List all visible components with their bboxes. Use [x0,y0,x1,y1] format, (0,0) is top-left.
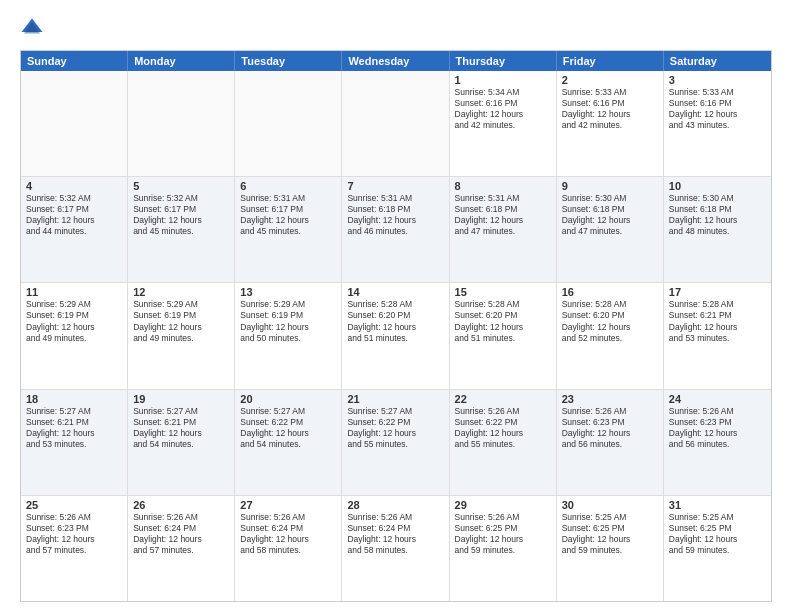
day-number: 17 [669,286,766,298]
day-number: 5 [133,180,229,192]
day-cell-30: 30Sunrise: 5:25 AM Sunset: 6:25 PM Dayli… [557,496,664,601]
day-cell-11: 11Sunrise: 5:29 AM Sunset: 6:19 PM Dayli… [21,283,128,388]
day-number: 2 [562,74,658,86]
day-number: 27 [240,499,336,511]
header-day-saturday: Saturday [664,51,771,71]
day-cell-23: 23Sunrise: 5:26 AM Sunset: 6:23 PM Dayli… [557,390,664,495]
day-cell-22: 22Sunrise: 5:26 AM Sunset: 6:22 PM Dayli… [450,390,557,495]
day-number: 11 [26,286,122,298]
day-number: 6 [240,180,336,192]
day-number: 13 [240,286,336,298]
day-info: Sunrise: 5:26 AM Sunset: 6:23 PM Dayligh… [562,406,658,450]
day-cell-10: 10Sunrise: 5:30 AM Sunset: 6:18 PM Dayli… [664,177,771,282]
day-info: Sunrise: 5:28 AM Sunset: 6:20 PM Dayligh… [562,299,658,343]
day-info: Sunrise: 5:31 AM Sunset: 6:18 PM Dayligh… [347,193,443,237]
calendar-row-2: 4Sunrise: 5:32 AM Sunset: 6:17 PM Daylig… [21,177,771,283]
day-info: Sunrise: 5:26 AM Sunset: 6:25 PM Dayligh… [455,512,551,556]
day-cell-24: 24Sunrise: 5:26 AM Sunset: 6:23 PM Dayli… [664,390,771,495]
day-number: 9 [562,180,658,192]
day-cell-21: 21Sunrise: 5:27 AM Sunset: 6:22 PM Dayli… [342,390,449,495]
day-cell-26: 26Sunrise: 5:26 AM Sunset: 6:24 PM Dayli… [128,496,235,601]
header-day-tuesday: Tuesday [235,51,342,71]
day-info: Sunrise: 5:26 AM Sunset: 6:23 PM Dayligh… [26,512,122,556]
day-cell-13: 13Sunrise: 5:29 AM Sunset: 6:19 PM Dayli… [235,283,342,388]
day-number: 26 [133,499,229,511]
day-cell-28: 28Sunrise: 5:26 AM Sunset: 6:24 PM Dayli… [342,496,449,601]
day-number: 8 [455,180,551,192]
day-cell-15: 15Sunrise: 5:28 AM Sunset: 6:20 PM Dayli… [450,283,557,388]
day-info: Sunrise: 5:29 AM Sunset: 6:19 PM Dayligh… [26,299,122,343]
calendar-row-4: 18Sunrise: 5:27 AM Sunset: 6:21 PM Dayli… [21,390,771,496]
day-cell-27: 27Sunrise: 5:26 AM Sunset: 6:24 PM Dayli… [235,496,342,601]
day-info: Sunrise: 5:26 AM Sunset: 6:22 PM Dayligh… [455,406,551,450]
calendar-row-3: 11Sunrise: 5:29 AM Sunset: 6:19 PM Dayli… [21,283,771,389]
logo [20,16,48,40]
day-number: 29 [455,499,551,511]
day-info: Sunrise: 5:32 AM Sunset: 6:17 PM Dayligh… [133,193,229,237]
day-number: 30 [562,499,658,511]
calendar-row-5: 25Sunrise: 5:26 AM Sunset: 6:23 PM Dayli… [21,496,771,601]
day-number: 20 [240,393,336,405]
day-info: Sunrise: 5:28 AM Sunset: 6:20 PM Dayligh… [347,299,443,343]
day-number: 1 [455,74,551,86]
header-day-sunday: Sunday [21,51,128,71]
day-number: 4 [26,180,122,192]
day-info: Sunrise: 5:32 AM Sunset: 6:17 PM Dayligh… [26,193,122,237]
day-number: 31 [669,499,766,511]
day-info: Sunrise: 5:34 AM Sunset: 6:16 PM Dayligh… [455,87,551,131]
day-info: Sunrise: 5:27 AM Sunset: 6:21 PM Dayligh… [26,406,122,450]
day-info: Sunrise: 5:25 AM Sunset: 6:25 PM Dayligh… [669,512,766,556]
day-info: Sunrise: 5:30 AM Sunset: 6:18 PM Dayligh… [562,193,658,237]
calendar-body: 1Sunrise: 5:34 AM Sunset: 6:16 PM Daylig… [21,71,771,601]
day-cell-3: 3Sunrise: 5:33 AM Sunset: 6:16 PM Daylig… [664,71,771,176]
day-info: Sunrise: 5:26 AM Sunset: 6:24 PM Dayligh… [133,512,229,556]
day-cell-4: 4Sunrise: 5:32 AM Sunset: 6:17 PM Daylig… [21,177,128,282]
day-info: Sunrise: 5:28 AM Sunset: 6:21 PM Dayligh… [669,299,766,343]
day-info: Sunrise: 5:28 AM Sunset: 6:20 PM Dayligh… [455,299,551,343]
day-number: 10 [669,180,766,192]
day-number: 7 [347,180,443,192]
day-number: 22 [455,393,551,405]
header-day-monday: Monday [128,51,235,71]
day-info: Sunrise: 5:25 AM Sunset: 6:25 PM Dayligh… [562,512,658,556]
day-number: 12 [133,286,229,298]
day-info: Sunrise: 5:27 AM Sunset: 6:21 PM Dayligh… [133,406,229,450]
header-day-wednesday: Wednesday [342,51,449,71]
logo-icon [20,16,44,40]
day-number: 23 [562,393,658,405]
day-cell-6: 6Sunrise: 5:31 AM Sunset: 6:17 PM Daylig… [235,177,342,282]
empty-cell [128,71,235,176]
page: SundayMondayTuesdayWednesdayThursdayFrid… [0,0,792,612]
calendar-row-1: 1Sunrise: 5:34 AM Sunset: 6:16 PM Daylig… [21,71,771,177]
day-cell-2: 2Sunrise: 5:33 AM Sunset: 6:16 PM Daylig… [557,71,664,176]
day-number: 19 [133,393,229,405]
day-info: Sunrise: 5:26 AM Sunset: 6:23 PM Dayligh… [669,406,766,450]
day-info: Sunrise: 5:33 AM Sunset: 6:16 PM Dayligh… [562,87,658,131]
day-info: Sunrise: 5:30 AM Sunset: 6:18 PM Dayligh… [669,193,766,237]
day-number: 16 [562,286,658,298]
header-day-thursday: Thursday [450,51,557,71]
day-cell-18: 18Sunrise: 5:27 AM Sunset: 6:21 PM Dayli… [21,390,128,495]
empty-cell [342,71,449,176]
day-number: 24 [669,393,766,405]
calendar-header: SundayMondayTuesdayWednesdayThursdayFrid… [21,51,771,71]
day-cell-25: 25Sunrise: 5:26 AM Sunset: 6:23 PM Dayli… [21,496,128,601]
day-cell-5: 5Sunrise: 5:32 AM Sunset: 6:17 PM Daylig… [128,177,235,282]
day-number: 18 [26,393,122,405]
day-number: 28 [347,499,443,511]
day-number: 14 [347,286,443,298]
day-info: Sunrise: 5:31 AM Sunset: 6:18 PM Dayligh… [455,193,551,237]
day-cell-19: 19Sunrise: 5:27 AM Sunset: 6:21 PM Dayli… [128,390,235,495]
day-cell-7: 7Sunrise: 5:31 AM Sunset: 6:18 PM Daylig… [342,177,449,282]
day-info: Sunrise: 5:31 AM Sunset: 6:17 PM Dayligh… [240,193,336,237]
day-cell-20: 20Sunrise: 5:27 AM Sunset: 6:22 PM Dayli… [235,390,342,495]
day-cell-14: 14Sunrise: 5:28 AM Sunset: 6:20 PM Dayli… [342,283,449,388]
day-cell-29: 29Sunrise: 5:26 AM Sunset: 6:25 PM Dayli… [450,496,557,601]
header [20,16,772,40]
day-info: Sunrise: 5:27 AM Sunset: 6:22 PM Dayligh… [347,406,443,450]
day-info: Sunrise: 5:29 AM Sunset: 6:19 PM Dayligh… [133,299,229,343]
day-cell-16: 16Sunrise: 5:28 AM Sunset: 6:20 PM Dayli… [557,283,664,388]
day-info: Sunrise: 5:29 AM Sunset: 6:19 PM Dayligh… [240,299,336,343]
day-info: Sunrise: 5:26 AM Sunset: 6:24 PM Dayligh… [347,512,443,556]
day-number: 21 [347,393,443,405]
